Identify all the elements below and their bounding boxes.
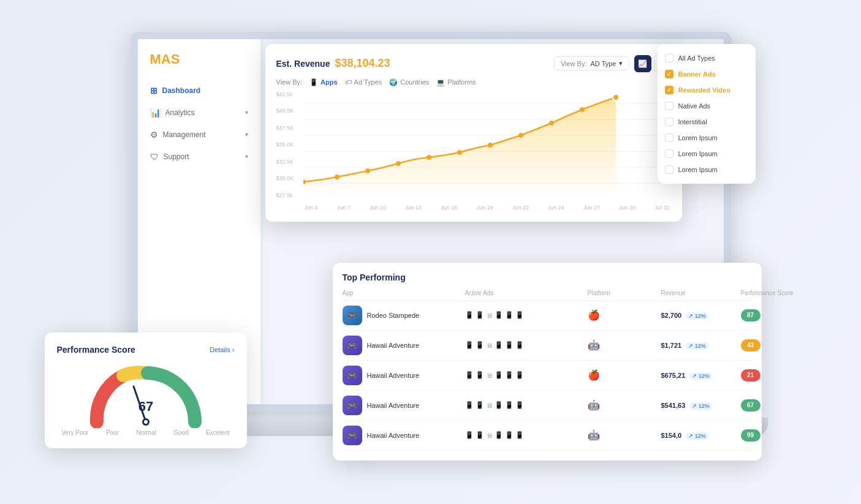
logo: MAS xyxy=(150,51,248,67)
ad-icon: 📱 xyxy=(476,431,484,439)
score-cell: 67 xyxy=(741,399,821,412)
sidebar-item-management[interactable]: ⚙ Management ▾ xyxy=(138,124,260,146)
line-chart-button[interactable]: 📈 xyxy=(634,55,651,72)
revenue-title: Est. Revenue xyxy=(276,59,330,69)
ad-icon: 🖥 xyxy=(486,432,493,439)
perf-header: Performance Score Details › xyxy=(57,345,235,355)
ad-icon: 📱 xyxy=(495,341,503,349)
platform-cell: 🤖 xyxy=(588,429,661,441)
score-badge: 43 xyxy=(741,339,760,352)
label-poor: Poor xyxy=(106,429,119,436)
label-excellent: Excelent xyxy=(206,429,229,436)
ad-icon: 📱 xyxy=(495,401,503,409)
dashboard-icon: ⊞ xyxy=(150,86,157,96)
app-name: Rodeo Stampede xyxy=(367,312,420,319)
table-row: 🎮 Hawaii Adventure 📱 📱 🖥 📱 📱 📱 🤖 $1,721 … xyxy=(343,331,752,361)
checkbox-all[interactable] xyxy=(665,54,673,62)
sidebar-item-label: Management xyxy=(163,130,240,139)
sidebar-item-analytics[interactable]: 📊 Analytics ▾ xyxy=(138,102,260,124)
ad-type-all[interactable]: All Ad Types xyxy=(658,50,756,66)
checkbox-interstitial[interactable] xyxy=(665,118,673,126)
chart-container: $42.5k $40.5K $37.5K $35.0K $32.5K $30.0… xyxy=(276,91,671,211)
ad-type-lorem1[interactable]: Lorem Ipsum xyxy=(658,130,756,146)
col-score: Performance Score xyxy=(741,290,821,296)
ad-icon: 📱 xyxy=(465,341,474,349)
checkbox-rewarded[interactable] xyxy=(665,86,673,94)
ad-type-label: Interstitial xyxy=(678,118,707,126)
app-name: Hawaii Adventure xyxy=(367,432,420,439)
logo-area: MAS xyxy=(138,51,260,80)
checkbox-native[interactable] xyxy=(665,102,673,110)
sidebar-item-label: Analytics xyxy=(165,108,240,117)
x-axis: Jun 4 Jun 7 Jun 10 Jun 13 Jun 16 Jun 19 … xyxy=(303,205,671,211)
svg-point-7 xyxy=(335,175,339,179)
gauge-labels: Very Poor Poor Normal Good Excelent xyxy=(57,429,235,436)
x-label: Jun 30 xyxy=(619,205,635,211)
ad-icon: 🖥 xyxy=(486,402,493,409)
checkbox-lorem1[interactable] xyxy=(665,134,673,142)
ad-type-native[interactable]: Native Ads xyxy=(658,98,756,114)
checkbox-banner[interactable] xyxy=(665,70,673,78)
platform-cell: 🍎 xyxy=(588,309,661,321)
x-label: Jun 27 xyxy=(583,205,600,211)
ad-icon: 📱 xyxy=(505,431,514,439)
app-cell: 🎮 Hawaii Adventure xyxy=(343,336,465,355)
ad-icon: 📱 xyxy=(495,431,503,439)
ad-icon: 📱 xyxy=(465,431,474,439)
sidebar-item-dashboard[interactable]: ⊞ Dashboard xyxy=(138,80,260,102)
active-ads-cell: 📱 📱 🖥 📱 📱 📱 xyxy=(465,311,588,319)
ad-icon: 🖥 xyxy=(486,312,493,319)
tab-countries[interactable]: 🌍 Countries xyxy=(389,78,429,86)
col-platform: Platform xyxy=(588,290,661,296)
performance-score-panel: Performance Score Details › 67 xyxy=(45,333,247,448)
app-icon: 🎮 xyxy=(343,336,362,355)
ad-type-banner[interactable]: Banner Ads xyxy=(658,66,756,82)
app-icon: 🎮 xyxy=(343,306,362,325)
col-revenue: Revenue xyxy=(661,290,741,296)
y-label: $40.5K xyxy=(276,108,301,114)
active-ads-cell: 📱 📱 🖥 📱 📱 📱 xyxy=(465,371,588,379)
svg-point-13 xyxy=(518,133,523,138)
ad-type-lorem2[interactable]: Lorem Ipsum xyxy=(658,146,756,162)
y-label: $42.5k xyxy=(276,91,301,97)
ad-icon: 📱 xyxy=(465,401,474,409)
label-very-poor: Very Poor xyxy=(62,429,89,436)
perf-title: Performance Score xyxy=(57,345,135,355)
ad-type-rewarded[interactable]: Rewarded Video xyxy=(658,82,756,98)
tab-platforms[interactable]: 💻 Platforms xyxy=(436,78,476,86)
revenue-title-group: Est. Revenue $38,104.23 xyxy=(276,57,390,70)
y-label: $27.5k xyxy=(276,192,301,198)
checkbox-lorem2[interactable] xyxy=(665,149,673,158)
ad-icon: 📱 xyxy=(476,311,484,319)
revenue-cell: $1,721 ↗ 12% xyxy=(661,342,741,349)
ad-icon: 📱 xyxy=(465,371,474,379)
perf-details-link[interactable]: Details › xyxy=(210,346,234,353)
checkbox-lorem3[interactable] xyxy=(665,165,673,174)
app-cell: 🎮 Hawaii Adventure xyxy=(343,366,465,385)
view-by-dropdown[interactable]: View By: AD Type ▾ xyxy=(554,56,629,70)
table-row: 🎮 Hawaii Adventure 📱 📱 🖥 📱 📱 📱 🤖 $541,63… xyxy=(343,391,752,421)
ad-icon: 📱 xyxy=(505,341,514,349)
table-title: Top Performing xyxy=(343,273,752,282)
active-ads-cell: 📱 📱 🖥 📱 📱 📱 xyxy=(465,431,588,439)
col-active-ads: Active Ads xyxy=(465,290,588,296)
tab-apps[interactable]: 📱 Apps xyxy=(309,78,338,86)
tab-ad-types[interactable]: 🏷 Ad Types xyxy=(345,78,382,86)
ad-type-lorem3[interactable]: Lorem Ipsum xyxy=(658,162,756,178)
logo-text2: S xyxy=(171,51,180,67)
ad-icon: 📱 xyxy=(515,431,524,439)
sidebar-item-support[interactable]: 🛡 Support ▾ xyxy=(138,146,260,168)
chevron-down-icon: ▾ xyxy=(245,109,248,116)
analytics-icon: 📊 xyxy=(150,108,161,118)
svg-text:67: 67 xyxy=(138,399,153,414)
ad-type-label: Native Ads xyxy=(678,102,711,110)
score-badge: 21 xyxy=(741,369,760,382)
app-name: Hawaii Adventure xyxy=(367,372,420,379)
revenue-cell: $675,21 ↗ 12% xyxy=(661,372,741,379)
score-badge: 99 xyxy=(741,429,760,442)
revenue-cell: $541,63 ↗ 12% xyxy=(661,402,741,409)
dropdown-value: AD Type xyxy=(591,60,616,67)
ad-type-interstitial[interactable]: Interstitial xyxy=(658,114,756,130)
logo-text1: MA xyxy=(150,51,171,67)
app-icon: 🎮 xyxy=(343,396,362,415)
